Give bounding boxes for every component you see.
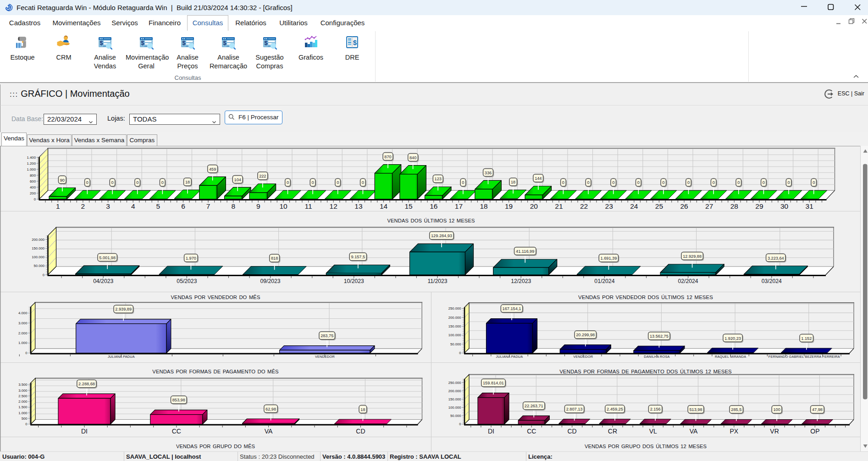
svg-text:1.920,23: 1.920,23 [724, 336, 741, 341]
svg-text:0: 0 [462, 180, 464, 185]
svg-text:03/2024: 03/2024 [762, 278, 782, 284]
svg-text:02/2024: 02/2024 [678, 278, 698, 284]
svg-text:30: 30 [780, 202, 789, 210]
svg-text:144: 144 [535, 176, 542, 181]
svg-text:20: 20 [530, 202, 538, 210]
svg-text:11/2023: 11/2023 [427, 278, 447, 284]
svg-text:853,98: 853,98 [172, 398, 185, 402]
svg-text:DANILHA ROSA: DANILHA ROSA [644, 355, 669, 359]
svg-text:CC: CC [172, 428, 181, 435]
svg-text:DI: DI [488, 428, 494, 435]
svg-text:12.929,88: 12.929,88 [683, 254, 702, 259]
svg-text:500: 500 [22, 417, 28, 421]
svg-text:2.000: 2.000 [18, 400, 28, 404]
svg-text:0: 0 [312, 180, 314, 185]
svg-text:459: 459 [209, 167, 216, 172]
svg-text:24: 24 [630, 202, 638, 210]
svg-text:7: 7 [206, 202, 210, 210]
svg-text:VENDAS POR FORMAS DE PAGAMENTO: VENDAS POR FORMAS DE PAGAMENTO DO MÊS [152, 369, 278, 374]
svg-text:159.814,01: 159.814,01 [483, 381, 504, 385]
svg-text:01/2024: 01/2024 [594, 278, 614, 284]
svg-text:0: 0 [637, 180, 640, 185]
svg-text:1.000: 1.000 [18, 341, 28, 345]
svg-text:OP: OP [810, 428, 819, 435]
svg-text:1.000: 1.000 [18, 411, 28, 415]
svg-text:16: 16 [430, 202, 437, 210]
svg-text:200: 200 [30, 191, 36, 195]
svg-text:FERNANDO GABRIEL BEZERRA FERRE: FERNANDO GABRIEL BEZERRA FERREIRA [768, 355, 840, 359]
svg-text:3: 3 [106, 202, 110, 210]
svg-text:18: 18 [360, 407, 365, 412]
svg-text:800: 800 [30, 173, 36, 178]
svg-text:0: 0 [687, 180, 690, 185]
svg-text:31: 31 [806, 202, 813, 210]
svg-text:JULIANA PADUA: JULIANA PADUA [108, 355, 135, 359]
svg-text:14: 14 [380, 202, 388, 210]
svg-text:200.000: 200.000 [448, 316, 461, 320]
svg-text:CD: CD [356, 428, 365, 435]
svg-text:0: 0 [587, 180, 589, 185]
svg-text:250.000: 250.000 [448, 306, 461, 311]
svg-text:0: 0 [161, 180, 164, 185]
svg-text:VA: VA [690, 428, 698, 435]
svg-text:0: 0 [25, 422, 28, 426]
svg-text:0: 0 [287, 180, 289, 185]
svg-text:10/2023: 10/2023 [344, 278, 364, 284]
svg-text:1.152: 1.152 [801, 336, 812, 341]
svg-text:2.500: 2.500 [18, 394, 28, 398]
svg-text:100.000: 100.000 [448, 333, 461, 337]
svg-text:2: 2 [81, 202, 85, 210]
svg-text:150.000: 150.000 [32, 246, 44, 250]
svg-text:167.154,1: 167.154,1 [503, 306, 521, 311]
svg-text:1.000: 1.000 [27, 167, 36, 172]
svg-text:04/2023: 04/2023 [93, 278, 113, 284]
svg-text:PX: PX [730, 428, 738, 435]
svg-text:1.500: 1.500 [18, 405, 28, 409]
svg-text:5.001,98: 5.001,98 [99, 255, 116, 260]
svg-text:1.400: 1.400 [27, 156, 36, 160]
svg-text:200.000: 200.000 [448, 389, 461, 393]
svg-text:47,98: 47,98 [812, 407, 823, 412]
svg-text:0: 0 [34, 197, 36, 201]
svg-text:0: 0 [788, 180, 790, 185]
svg-text:CR: CR [608, 428, 617, 435]
svg-text:2.288,68: 2.288,68 [78, 382, 95, 386]
svg-text:2.459,25: 2.459,25 [607, 407, 623, 411]
svg-text:12: 12 [330, 202, 337, 210]
svg-text:15: 15 [404, 202, 412, 210]
svg-text:05/2023: 05/2023 [177, 278, 197, 284]
svg-text:283,75: 283,75 [321, 333, 333, 338]
svg-text:13.562,75: 13.562,75 [650, 334, 669, 339]
svg-text:28: 28 [730, 202, 738, 210]
svg-text:41.116,99: 41.116,99 [516, 249, 534, 254]
svg-text:8: 8 [231, 202, 235, 210]
svg-text:20.299,98: 20.299,98 [576, 333, 595, 337]
svg-text:25: 25 [655, 202, 663, 210]
svg-text:DI: DI [81, 428, 88, 435]
svg-text:22: 22 [580, 202, 588, 210]
svg-text:129.284,93: 129.284,93 [431, 233, 452, 238]
svg-text:2.156: 2.156 [650, 407, 661, 411]
svg-text:0: 0 [562, 180, 564, 185]
svg-text:0: 0 [662, 180, 664, 185]
svg-text:12/2023: 12/2023 [511, 278, 531, 284]
svg-text:9: 9 [256, 202, 260, 210]
svg-text:0: 0 [43, 273, 44, 277]
svg-text:3.500: 3.500 [18, 383, 28, 387]
svg-text:285,5: 285,5 [731, 407, 741, 412]
svg-text:23: 23 [605, 202, 613, 210]
svg-text:123: 123 [435, 177, 442, 181]
svg-text:0: 0 [459, 351, 461, 355]
svg-text:90: 90 [60, 178, 65, 183]
svg-text:0: 0 [111, 180, 114, 185]
svg-text:CD: CD [567, 428, 576, 435]
svg-text:513,98: 513,98 [689, 407, 702, 412]
svg-text:10: 10 [279, 202, 287, 210]
svg-text:2.000: 2.000 [18, 331, 28, 335]
svg-text:150.000: 150.000 [448, 324, 461, 328]
svg-text:100.000: 100.000 [448, 405, 461, 410]
svg-text:9.157,5: 9.157,5 [351, 255, 365, 259]
svg-text:VL: VL [649, 428, 657, 435]
svg-text:JULIANA PADUA: JULIANA PADUA [496, 355, 523, 359]
svg-text:50.000: 50.000 [33, 264, 44, 268]
